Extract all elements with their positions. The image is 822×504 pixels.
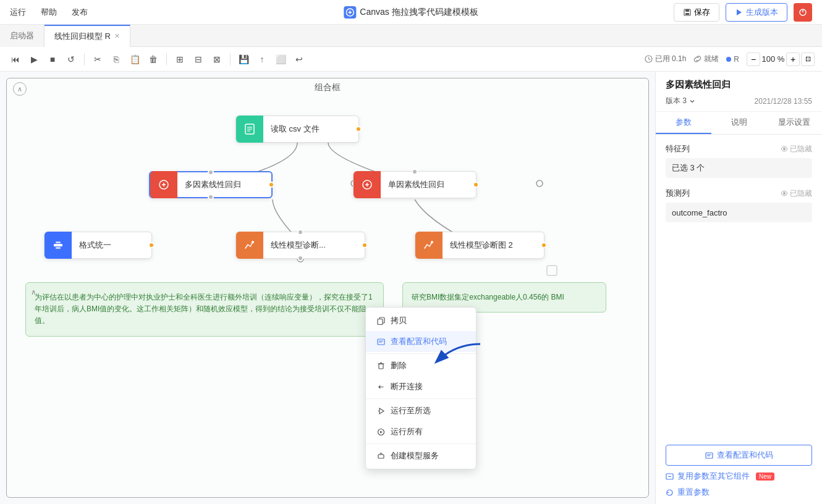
rp-tabs: 参数 说明 显示设置 bbox=[656, 112, 822, 135]
rp-feature-hint: 已隐藏 bbox=[781, 144, 812, 154]
node-single-top[interactable] bbox=[412, 169, 418, 175]
toolbar-down[interactable]: ⬜ bbox=[273, 51, 289, 67]
node-diag1-label: 线性模型诊断... bbox=[263, 240, 365, 251]
text-note-collapse[interactable]: ∧ bbox=[31, 287, 36, 298]
zoom-in[interactable]: + bbox=[786, 52, 800, 66]
service-icon bbox=[376, 451, 386, 461]
node-format[interactable]: 格式统一 bbox=[44, 232, 152, 259]
node-format-icon bbox=[44, 232, 72, 259]
node-diag1[interactable]: 线性模型诊断... bbox=[235, 232, 365, 259]
app-title: Canvas 拖拉拽零代码建模模板 bbox=[344, 6, 478, 19]
canvas-area[interactable]: ∧ 组合框 bbox=[0, 72, 655, 504]
node-csv[interactable]: 读取 csv 文件 bbox=[235, 116, 359, 143]
toolbar-group[interactable]: ⊞ bbox=[172, 51, 188, 67]
rp-tab-desc[interactable]: 说明 bbox=[711, 112, 767, 134]
toolbar-paste[interactable]: 📋 bbox=[127, 51, 143, 67]
node-format-label: 格式统一 bbox=[72, 240, 151, 251]
status-link: 就绪 bbox=[693, 54, 719, 64]
rp-reset-params[interactable]: 重置参数 bbox=[666, 487, 812, 498]
rp-tab-display[interactable]: 显示设置 bbox=[766, 112, 822, 134]
combo-collapse-btn[interactable]: ∧ bbox=[13, 82, 27, 96]
rp-title: 多因素线性回归 bbox=[666, 79, 812, 91]
rp-view-code-button[interactable]: 查看配置和代码 bbox=[666, 445, 812, 466]
svg-rect-13 bbox=[547, 266, 557, 275]
context-menu: 拷贝 查看配置和代码 删除 bbox=[365, 307, 477, 469]
new-badge: New bbox=[756, 472, 774, 481]
toolbar-copy[interactable]: ⎘ bbox=[108, 51, 124, 67]
save-button[interactable]: 保存 bbox=[674, 3, 719, 22]
status-r-text: R bbox=[734, 55, 739, 64]
context-run-all[interactable]: 运行所有 bbox=[366, 421, 476, 442]
rp-tab-params[interactable]: 参数 bbox=[656, 112, 711, 134]
node-csv-output[interactable] bbox=[355, 126, 362, 132]
node-single[interactable]: 单因素线性回归 bbox=[353, 171, 477, 198]
toolbar-ungroup2[interactable]: ⊠ bbox=[209, 51, 225, 67]
rp-version-selector[interactable]: 版本 3 bbox=[666, 96, 695, 106]
rp-feature-value: 已选 3 个 bbox=[666, 158, 812, 178]
tab-launcher[interactable]: 启动器 bbox=[0, 25, 44, 47]
status-r: R bbox=[726, 55, 739, 64]
node-diag1-top[interactable] bbox=[297, 229, 303, 235]
context-run-to[interactable]: 运行至所选 bbox=[366, 400, 476, 421]
node-multi-output[interactable] bbox=[268, 182, 274, 188]
zoom-out[interactable]: − bbox=[747, 52, 760, 66]
svg-marker-40 bbox=[380, 430, 383, 433]
node-single-icon bbox=[354, 171, 381, 198]
rp-predict-label: 预测列 bbox=[666, 188, 690, 199]
node-multi-top[interactable] bbox=[208, 169, 214, 175]
node-multi[interactable]: 多因素线性回归 bbox=[149, 171, 273, 198]
main-layout: ∧ 组合框 bbox=[0, 72, 822, 504]
node-single-output[interactable] bbox=[473, 182, 479, 188]
node-diag2[interactable]: 线性模型诊断图 2 bbox=[415, 232, 544, 259]
right-panel: 多因素线性回归 版本 3 2021/12/28 13:55 参数 说明 显示设置… bbox=[655, 72, 822, 504]
rp-reuse-params[interactable]: 复用参数至其它组件 New bbox=[666, 471, 812, 482]
rp-reset-label: 重置参数 bbox=[677, 487, 710, 498]
toolbar-skip-start[interactable]: ⏮ bbox=[7, 51, 23, 67]
power-button[interactable] bbox=[794, 3, 812, 22]
toolbar-stop[interactable]: ■ bbox=[44, 51, 61, 67]
toolbar-ungroup[interactable]: ⊟ bbox=[190, 51, 206, 67]
app-logo bbox=[344, 6, 356, 19]
context-copy[interactable]: 拷贝 bbox=[366, 310, 476, 331]
svg-rect-25 bbox=[56, 242, 61, 243]
collapse-circle[interactable]: ∧ bbox=[13, 82, 27, 96]
svg-rect-3 bbox=[685, 13, 689, 15]
svg-marker-4 bbox=[737, 9, 742, 15]
toolbar-play[interactable]: ▶ bbox=[26, 51, 42, 67]
tab-close-icon[interactable]: ✕ bbox=[114, 32, 120, 40]
tab-model[interactable]: 线性回归模型 R ✕ bbox=[44, 25, 130, 47]
menu-publish[interactable]: 发布 bbox=[72, 7, 88, 18]
rp-predict-hint: 已隐藏 bbox=[781, 188, 812, 199]
node-format-output[interactable] bbox=[148, 242, 155, 248]
status-dot-r bbox=[726, 57, 731, 62]
node-csv-icon bbox=[236, 116, 263, 143]
toolbar-status: 已用 0.1h 就绪 R − 100 % + ⊡ bbox=[645, 52, 815, 66]
node-diag2-output[interactable] bbox=[541, 242, 547, 248]
context-disconnect[interactable]: 断开连接 bbox=[366, 376, 476, 397]
toolbar-delete[interactable]: 🗑 bbox=[145, 51, 161, 67]
node-diag2-icon bbox=[415, 232, 443, 259]
svg-rect-41 bbox=[378, 455, 384, 458]
fit-screen[interactable]: ⊡ bbox=[801, 52, 815, 66]
context-sep3 bbox=[366, 443, 476, 444]
svg-point-27 bbox=[252, 241, 254, 243]
toolbar-up[interactable]: ↑ bbox=[254, 51, 270, 67]
toolbar-cut[interactable]: ✂ bbox=[90, 51, 106, 67]
node-multi-bottom[interactable] bbox=[208, 194, 214, 200]
toolbar-save-node[interactable]: 💾 bbox=[235, 51, 252, 67]
node-diag1-bottom[interactable] bbox=[297, 255, 303, 261]
toolbar-undo[interactable]: ↩ bbox=[291, 51, 307, 67]
context-create-service-label: 创建模型服务 bbox=[391, 450, 439, 461]
context-create-service[interactable]: 创建模型服务 bbox=[366, 445, 476, 466]
svg-point-28 bbox=[431, 241, 433, 243]
run-to-icon bbox=[376, 406, 386, 416]
node-single-label: 单因素线性回归 bbox=[381, 179, 476, 190]
node-diag1-output[interactable] bbox=[362, 242, 368, 248]
toolbar-refresh[interactable]: ↺ bbox=[63, 51, 79, 67]
node-csv-label: 读取 csv 文件 bbox=[263, 124, 358, 135]
menu-help[interactable]: 帮助 bbox=[41, 7, 57, 18]
svg-rect-24 bbox=[54, 244, 62, 246]
generate-button[interactable]: 生成版本 bbox=[726, 3, 787, 22]
tab-bar: 启动器 线性回归模型 R ✕ bbox=[0, 25, 822, 47]
menu-run[interactable]: 运行 bbox=[10, 7, 26, 18]
